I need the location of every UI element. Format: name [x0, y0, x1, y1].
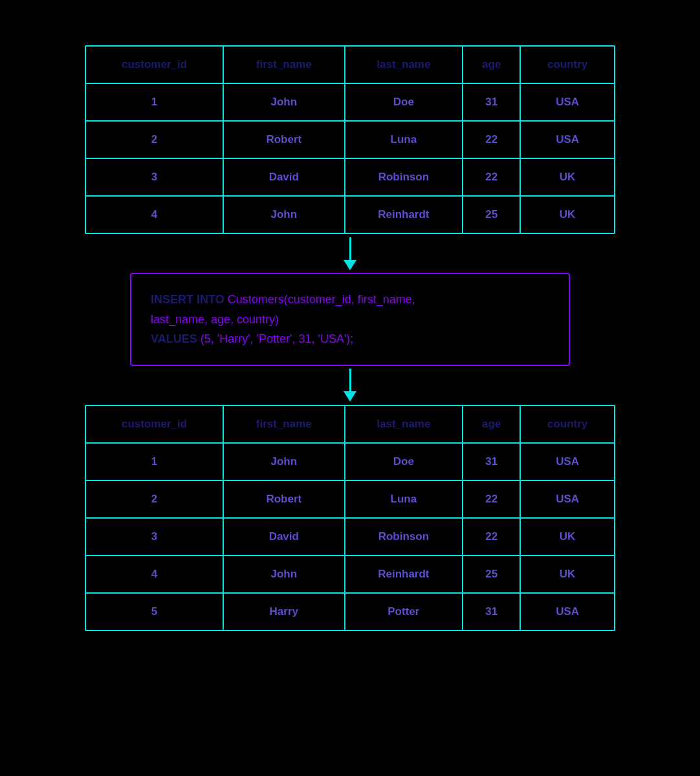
bottom-col-header-last-name: last_name	[345, 406, 463, 443]
bottom-table-row: 5HarryPotter31USA	[86, 593, 614, 630]
arrow-line-2	[349, 369, 351, 391]
arrow-2	[344, 366, 356, 405]
top-col-header-first-name: first_name	[223, 47, 345, 83]
top-table-cell: David	[223, 158, 345, 196]
bottom-table-row: 4JohnReinhardt25UK	[86, 555, 614, 593]
sql-values-rest: (5, 'Harry', 'Potter', 31, 'USA');	[197, 332, 354, 345]
bottom-table-cell: 22	[463, 480, 520, 518]
top-table-cell: USA	[520, 83, 614, 121]
top-table-cell: Robert	[223, 121, 345, 158]
top-table-cell: Robinson	[345, 158, 463, 196]
bottom-table-cell: 5	[86, 593, 223, 630]
bottom-table-cell: USA	[520, 480, 614, 518]
top-table-row: 2RobertLuna22USA	[86, 121, 614, 158]
bottom-table-cell: David	[223, 518, 345, 555]
top-table-row: 4JohnReinhardt25UK	[86, 196, 614, 233]
bottom-table-cell: UK	[520, 555, 614, 593]
bottom-table-cell: USA	[520, 443, 614, 480]
top-table-header-row: customer_id first_name last_name age cou…	[86, 47, 614, 83]
bottom-table-row: 3DavidRobinson22UK	[86, 518, 614, 555]
bottom-col-header-customer-id: customer_id	[86, 406, 223, 443]
bottom-table-body: 1JohnDoe31USA2RobertLuna22USA3DavidRobin…	[86, 443, 614, 630]
bottom-table-cell: 31	[463, 593, 520, 630]
bottom-col-header-age: age	[463, 406, 520, 443]
top-table-cell: 3	[86, 158, 223, 196]
top-table-container: customer_id first_name last_name age cou…	[85, 45, 615, 234]
top-table-cell: 4	[86, 196, 223, 233]
top-col-header-last-name: last_name	[345, 47, 463, 83]
bottom-table: customer_id first_name last_name age cou…	[86, 406, 614, 630]
bottom-table-row: 2RobertLuna22USA	[86, 480, 614, 518]
bottom-table-cell: Robinson	[345, 518, 463, 555]
bottom-table-cell: USA	[520, 593, 614, 630]
page-container: customer_id first_name last_name age cou…	[39, 26, 661, 631]
top-table-cell: USA	[520, 121, 614, 158]
bottom-table-row: 1JohnDoe31USA	[86, 443, 614, 480]
bottom-table-cell: 1	[86, 443, 223, 480]
sql-keyword-values: VALUES	[151, 332, 197, 345]
bottom-table-cell: 2	[86, 480, 223, 518]
sql-box: INSERT INTO Customers(customer_id, first…	[130, 273, 570, 366]
bottom-table-cell: Doe	[345, 443, 463, 480]
top-table-cell: 22	[463, 158, 520, 196]
bottom-table-cell: UK	[520, 518, 614, 555]
bottom-table-cell: 3	[86, 518, 223, 555]
top-table-cell: John	[223, 196, 345, 233]
bottom-table-cell: 25	[463, 555, 520, 593]
bottom-table-cell: Robert	[223, 480, 345, 518]
sql-insert-rest: Customers(customer_id, first_name,	[224, 293, 415, 306]
top-table-body: 1JohnDoe31USA2RobertLuna22USA3DavidRobin…	[86, 83, 614, 233]
bottom-table-cell: Potter	[345, 593, 463, 630]
top-table-row: 3DavidRobinson22UK	[86, 158, 614, 196]
top-col-header-age: age	[463, 47, 520, 83]
bottom-table-cell: 22	[463, 518, 520, 555]
top-table-cell: 2	[86, 121, 223, 158]
arrow-head-2	[344, 391, 356, 402]
top-table-cell: Reinhardt	[345, 196, 463, 233]
top-col-header-customer-id: customer_id	[86, 47, 223, 83]
top-table-cell: UK	[520, 158, 614, 196]
top-table-cell: Doe	[345, 83, 463, 121]
sql-keyword-insert: INSERT INTO	[151, 293, 224, 306]
bottom-table-cell: John	[223, 555, 345, 593]
sql-line2: last_name, age, country)	[151, 313, 279, 326]
top-table-cell: 1	[86, 83, 223, 121]
top-table-cell: Luna	[345, 121, 463, 158]
arrow-line-1	[349, 237, 351, 260]
arrow-1	[344, 234, 356, 273]
bottom-table-header-row: customer_id first_name last_name age cou…	[86, 406, 614, 443]
top-table-cell: 22	[463, 121, 520, 158]
top-table: customer_id first_name last_name age cou…	[86, 47, 614, 233]
bottom-table-container: customer_id first_name last_name age cou…	[85, 405, 615, 631]
top-table-cell: John	[223, 83, 345, 121]
bottom-table-cell: Reinhardt	[345, 555, 463, 593]
arrow-down-2	[344, 369, 356, 402]
top-table-cell: 25	[463, 196, 520, 233]
bottom-table-cell: 4	[86, 555, 223, 593]
arrow-down-1	[344, 237, 356, 270]
bottom-table-cell: John	[223, 443, 345, 480]
top-col-header-country: country	[520, 47, 614, 83]
arrow-head-1	[344, 260, 356, 270]
sql-text: INSERT INTO Customers(customer_id, first…	[151, 290, 549, 349]
bottom-col-header-first-name: first_name	[223, 406, 345, 443]
top-table-cell: UK	[520, 196, 614, 233]
top-table-cell: 31	[463, 83, 520, 121]
top-table-row: 1JohnDoe31USA	[86, 83, 614, 121]
bottom-table-cell: Luna	[345, 480, 463, 518]
bottom-table-cell: 31	[463, 443, 520, 480]
bottom-col-header-country: country	[520, 406, 614, 443]
bottom-table-cell: Harry	[223, 593, 345, 630]
